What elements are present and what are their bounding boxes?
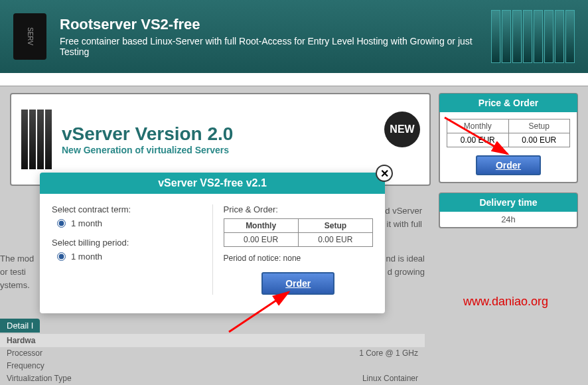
price-panel-heading: Price & Order	[439, 94, 577, 112]
setup-header: Setup	[508, 119, 570, 133]
server-icon: SERV	[13, 13, 46, 60]
header-server-graphic	[491, 10, 575, 63]
hardware-heading: Hardwa	[0, 334, 425, 347]
delivery-panel: Delivery time 24h	[439, 193, 578, 228]
banner-subtitle: New Generation of virtualized Servers	[62, 145, 419, 155]
monthly-value: 0.00 EUR	[447, 133, 509, 147]
contract-term-label: Select contract term:	[52, 204, 202, 214]
sidebar-order-button[interactable]: Order	[476, 155, 541, 175]
close-icon[interactable]: ✕	[376, 165, 393, 182]
modal-title: vServer VS2-free v2.1	[40, 173, 385, 194]
page-title: Rootserver VS2-free	[60, 16, 478, 33]
modal-setup-value: 0.00 EUR	[298, 233, 372, 247]
billing-period-option: 1 month	[71, 252, 102, 262]
modal-price-heading: Price & Order:	[224, 204, 374, 214]
hardware-row-processor: Processor1 Core @ 1 GHz	[0, 346, 425, 360]
order-modal: ✕ vServer VS2-free v2.1 Select contract …	[40, 173, 385, 313]
watermark: www.daniao.org	[463, 295, 548, 309]
promo-banner: vServer Version 2.0 New Generation of vi…	[10, 93, 431, 186]
notice-period: Period of notice: none	[224, 254, 374, 263]
modal-order-button[interactable]: Order	[261, 272, 334, 295]
detail-section-heading: Detail I	[0, 319, 40, 333]
hardware-row-frequency: Frequency	[0, 359, 425, 372]
tab-bar	[0, 73, 588, 86]
setup-value: 0.00 EUR	[508, 133, 570, 147]
page-header: SERV Rootserver VS2-free Free container …	[0, 0, 588, 73]
modal-monthly-header: Monthly	[224, 219, 298, 233]
banner-server-graphic	[21, 110, 52, 169]
monthly-header: Monthly	[447, 119, 509, 133]
price-order-panel: Price & Order Monthly Setup 0.00 EUR 0.0…	[439, 93, 578, 183]
modal-setup-header: Setup	[298, 219, 372, 233]
billing-period-label: Select billing period:	[52, 238, 202, 248]
banner-title: vServer Version 2.0	[62, 123, 419, 145]
delivery-heading: Delivery time	[439, 193, 577, 212]
price-table: Monthly Setup 0.00 EUR 0.00 EUR	[447, 119, 570, 147]
page-subtitle: Free container based Linux-Server with f…	[60, 36, 478, 57]
modal-price-table: Monthly Setup 0.00 EUR 0.00 EUR	[224, 218, 374, 247]
header-text: Rootserver VS2-free Free container based…	[60, 16, 478, 57]
modal-monthly-value: 0.00 EUR	[224, 233, 298, 247]
contract-term-option: 1 month	[71, 218, 102, 228]
billing-period-radio[interactable]	[57, 252, 66, 261]
contract-term-radio[interactable]	[57, 219, 66, 228]
hardware-row-virtualization: Virtualization TypeLinux Container	[0, 372, 425, 385]
delivery-value: 24h	[440, 212, 577, 227]
new-badge: NEW	[384, 112, 420, 147]
